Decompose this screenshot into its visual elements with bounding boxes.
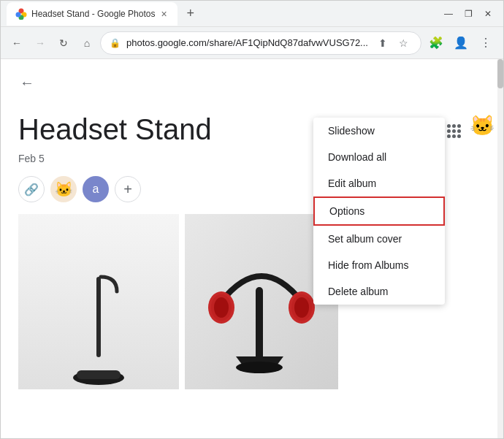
menu-item-set-album-cover[interactable]: Set album cover — [313, 226, 445, 252]
dropdown-menu: Slideshow Download all Edit album Option… — [313, 118, 445, 305]
tab-favicon — [15, 8, 27, 20]
avatar-cat[interactable]: 🐱 — [50, 176, 77, 202]
svg-rect-7 — [256, 287, 263, 360]
back-icon: ← — [12, 37, 22, 49]
svg-rect-6 — [77, 370, 121, 379]
page-header: ← — [1, 59, 503, 97]
dot9 — [457, 134, 461, 138]
dot1 — [447, 124, 451, 128]
extensions-icon[interactable]: 🧩 — [424, 31, 448, 55]
share-icon[interactable]: ⬆ — [374, 34, 392, 52]
svg-point-14 — [211, 294, 232, 321]
title-bar: Headset Stand - Google Photos × + — ❐ ✕ — [1, 1, 503, 27]
profile-avatar[interactable]: 🐱 — [470, 113, 496, 140]
window-controls: — ❐ ✕ — [444, 9, 497, 19]
slideshow-label: Slideshow — [328, 125, 375, 137]
add-person-button[interactable]: + — [115, 176, 141, 202]
maximize-button[interactable]: ❐ — [465, 9, 473, 19]
url-text: photos.google.com/share/AF1QipNdQ87dafvw… — [126, 37, 368, 48]
scrollbar[interactable] — [497, 59, 503, 438]
menu-item-delete-album[interactable]: Delete album — [313, 278, 445, 305]
dot8 — [452, 134, 456, 138]
svg-point-9 — [236, 362, 283, 373]
lock-icon: 🔒 — [110, 38, 121, 48]
dot6 — [457, 129, 461, 133]
dot2 — [452, 124, 456, 128]
back-arrow-icon: ← — [20, 75, 34, 91]
link-icon: 🔗 — [24, 183, 39, 196]
download-all-label: Download all — [328, 151, 386, 163]
headset-stand-photo[interactable] — [18, 214, 179, 389]
svg-point-3 — [16, 12, 21, 17]
address-icons: ⬆ ☆ — [374, 34, 412, 52]
hide-from-albums-label: Hide from Albums — [328, 259, 408, 271]
browser-toolbar-right: 🧩 👤 ⋮ — [424, 31, 497, 55]
google-apps-grid — [447, 124, 461, 138]
dot3 — [457, 124, 461, 128]
close-window-button[interactable]: ✕ — [484, 9, 492, 19]
bookmark-icon[interactable]: ☆ — [394, 34, 412, 52]
refresh-button[interactable]: ↻ — [53, 33, 74, 53]
dot5 — [452, 129, 456, 133]
menu-item-options[interactable]: Options — [313, 196, 445, 226]
share-link-button[interactable]: 🔗 — [18, 176, 45, 202]
refresh-icon: ↻ — [59, 37, 68, 49]
menu-item-hide-from-albums[interactable]: Hide from Albums — [313, 252, 445, 278]
menu-item-edit-album[interactable]: Edit album — [313, 170, 445, 196]
menu-item-download-all[interactable]: Download all — [313, 144, 445, 170]
dot4 — [447, 129, 451, 133]
svg-rect-4 — [96, 277, 101, 357]
delete-album-label: Delete album — [328, 286, 389, 297]
tab-close-button[interactable]: × — [159, 7, 168, 21]
set-album-cover-label: Set album cover — [328, 233, 402, 245]
svg-point-15 — [291, 294, 312, 321]
minimize-button[interactable]: — — [444, 9, 453, 19]
page-back-button[interactable]: ← — [12, 68, 42, 97]
forward-nav-button[interactable]: → — [30, 33, 50, 53]
profile-icon[interactable]: 👤 — [449, 31, 473, 55]
headset-stand-svg — [69, 270, 128, 386]
active-tab[interactable]: Headset Stand - Google Photos × — [7, 2, 177, 26]
back-nav-button[interactable]: ← — [7, 33, 27, 53]
menu-icon[interactable]: ⋮ — [474, 31, 497, 55]
options-label: Options — [329, 205, 364, 217]
scrollbar-thumb[interactable] — [497, 59, 503, 88]
address-field[interactable]: 🔒 photos.google.com/share/AF1QipNdQ87daf… — [100, 31, 421, 55]
tab-bar: Headset Stand - Google Photos × + — [7, 2, 201, 26]
edit-album-label: Edit album — [328, 177, 376, 189]
home-button[interactable]: ⌂ — [77, 33, 97, 53]
avatar-a[interactable]: a — [83, 176, 109, 202]
tab-title: Headset Stand - Google Photos — [31, 9, 155, 19]
cat-icon: 🐱 — [55, 180, 73, 198]
forward-icon: → — [35, 37, 45, 49]
avatar-a-label: a — [93, 183, 99, 196]
address-bar-row: ← → ↻ ⌂ 🔒 photos.google.com/share/AF1Qip… — [1, 27, 503, 59]
red-headset-svg — [203, 229, 320, 375]
menu-item-slideshow[interactable]: Slideshow — [313, 118, 445, 144]
new-tab-button[interactable]: + — [180, 4, 201, 24]
add-icon: + — [123, 181, 132, 198]
page-content: ← 🐱 Headset Stand Feb 5 — [1, 59, 503, 438]
home-icon: ⌂ — [84, 37, 90, 49]
browser-frame: Headset Stand - Google Photos × + — ❐ ✕ … — [0, 0, 504, 439]
dot7 — [447, 134, 451, 138]
